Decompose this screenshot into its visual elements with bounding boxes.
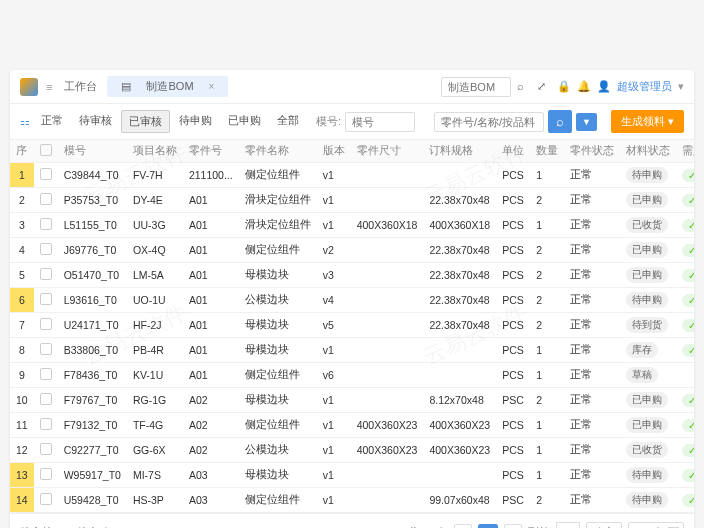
user-name[interactable]: 超级管理员: [617, 79, 672, 94]
filter-tab-2[interactable]: 已审核: [121, 110, 170, 133]
mstat-cell: 待到货: [620, 313, 676, 338]
unit-cell: PCS: [496, 213, 530, 238]
pname-cell: 公模边块: [239, 438, 317, 463]
col-header[interactable]: 零件状态: [564, 140, 620, 163]
pname-cell: 公模边块: [239, 288, 317, 313]
part-cell: A03: [183, 488, 239, 513]
row-checkbox[interactable]: [40, 318, 52, 330]
breadcrumb-page-tab[interactable]: ▤ 制造BOM ×: [107, 76, 228, 97]
col-header[interactable]: 订料规格: [423, 140, 496, 163]
table-row[interactable]: 1C39844_T0FV-7H211100...侧定位组件v1PCS1正常待申购…: [10, 163, 694, 188]
row-checkbox[interactable]: [40, 243, 52, 255]
col-header[interactable]: 序: [10, 140, 34, 163]
table-row[interactable]: 6L93616_T0UO-1UA01公模边块v422.38x70x48PCS2正…: [10, 288, 694, 313]
row-checkbox[interactable]: [40, 418, 52, 430]
filter-tab-0[interactable]: 正常: [34, 110, 70, 133]
row-checkbox[interactable]: [40, 368, 52, 380]
table-row[interactable]: 3L51155_T0UU-3GA01滑块定位组件v1400X360X18400X…: [10, 213, 694, 238]
pname-cell: 母模边块: [239, 263, 317, 288]
row-checkbox[interactable]: [40, 393, 52, 405]
bell-icon[interactable]: 🔔: [577, 80, 591, 94]
row-checkbox[interactable]: [40, 443, 52, 455]
mold-cell: W95917_T0: [58, 463, 127, 488]
row-checkbox[interactable]: [40, 168, 52, 180]
qty-cell: 2: [530, 313, 564, 338]
menu-icon[interactable]: ≡: [46, 81, 52, 93]
col-header[interactable]: 版本: [317, 140, 351, 163]
ver-cell: v5: [317, 313, 351, 338]
search-button[interactable]: ⌕: [548, 110, 572, 133]
stock-cell: ✓: [676, 288, 694, 313]
part-cell: A01: [183, 338, 239, 363]
table-row[interactable]: 5O51470_T0LM-5AA01母模边块v322.38x70x48PCS2正…: [10, 263, 694, 288]
col-header[interactable]: 需入库: [676, 140, 694, 163]
table-row[interactable]: 8B33806_T0PB-4RA01母模边块v1PCS1正常库存✓: [10, 338, 694, 363]
row-checkbox[interactable]: [40, 268, 52, 280]
table-row[interactable]: 13W95917_T0MI-7SA03母模边块v1PCS1正常待申购✓M0000…: [10, 463, 694, 488]
table-row[interactable]: 4J69776_T0OX-4QA01侧定位组件v222.38x70x48PCS2…: [10, 238, 694, 263]
row-checkbox[interactable]: [40, 343, 52, 355]
table-row[interactable]: 10F79767_T0RG-1GA02母模边块v18.12x70x48PSC2正…: [10, 388, 694, 413]
col-header[interactable]: [34, 140, 58, 163]
part-search-input[interactable]: [434, 112, 544, 132]
lock-icon[interactable]: 🔒: [557, 80, 571, 94]
filter-tab-5[interactable]: 全部: [270, 110, 306, 133]
select-all-checkbox[interactable]: [40, 144, 52, 156]
pname-cell: 母模边块: [239, 388, 317, 413]
table-row[interactable]: 11F79132_T0TF-4GA02侧定位组件v1400X360X23400X…: [10, 413, 694, 438]
top-search-input[interactable]: [441, 77, 511, 97]
search-dropdown-button[interactable]: ▼: [576, 113, 597, 131]
col-header[interactable]: 零件号: [183, 140, 239, 163]
psize-cell: 400X360X23: [351, 438, 424, 463]
generate-material-button[interactable]: 生成领料 ▾: [611, 110, 684, 133]
prev-page-button[interactable]: ‹: [454, 524, 472, 529]
col-header[interactable]: 模号: [58, 140, 127, 163]
confirm-page-button[interactable]: 确定: [586, 522, 622, 528]
row-checkbox[interactable]: [40, 193, 52, 205]
col-header[interactable]: 材料状态: [620, 140, 676, 163]
qty-cell: 1: [530, 213, 564, 238]
table-row[interactable]: 14U59428_T0HS-3PA03侧定位组件v199.07x60x48PSC…: [10, 488, 694, 513]
row-checkbox[interactable]: [40, 493, 52, 505]
col-header[interactable]: 零件名称: [239, 140, 317, 163]
row-index: 3: [10, 213, 34, 238]
ver-cell: v2: [317, 238, 351, 263]
col-header[interactable]: 项目名称: [127, 140, 183, 163]
row-index: 4: [10, 238, 34, 263]
unit-cell: PCS: [496, 313, 530, 338]
jump-page-input[interactable]: [556, 522, 580, 528]
chevron-down-icon[interactable]: ▾: [678, 80, 684, 93]
table-row[interactable]: 2P35753_T0DY-4EA01滑块定位组件v122.38x70x48PCS…: [10, 188, 694, 213]
row-index: 2: [10, 188, 34, 213]
page-number-button[interactable]: 1: [478, 524, 498, 529]
row-checkbox[interactable]: [40, 218, 52, 230]
search-icon[interactable]: ⌕: [517, 80, 531, 94]
pname-cell: 侧定位组件: [239, 163, 317, 188]
stock-cell: ✓: [676, 313, 694, 338]
filter-icon[interactable]: ⚏: [20, 115, 30, 128]
table-row[interactable]: 7U24171_T0HF-2JA01母模边块v522.38x70x48PCS2正…: [10, 313, 694, 338]
app-window: ≡ 工作台 ▤ 制造BOM × ⌕ ⤢ 🔒 🔔 👤 超级管理员 ▾ ⚏ 正常待审…: [10, 70, 694, 528]
table-row[interactable]: 12C92277_T0GG-6XA02公模边块v1400X360X23400X3…: [10, 438, 694, 463]
row-checkbox[interactable]: [40, 468, 52, 480]
pstat-cell: 正常: [564, 313, 620, 338]
filter-tab-3[interactable]: 待申购: [172, 110, 219, 133]
page-size-select[interactable]: 100 条/页: [628, 522, 684, 528]
col-header[interactable]: 单位: [496, 140, 530, 163]
next-page-button[interactable]: ›: [504, 524, 522, 529]
proj-cell: TF-4G: [127, 413, 183, 438]
col-header[interactable]: 数量: [530, 140, 564, 163]
close-tab-icon[interactable]: ×: [203, 78, 221, 95]
breadcrumb-home[interactable]: 工作台: [58, 76, 103, 97]
table-row[interactable]: 9F78436_T0KV-1UA01侧定位组件v6PCS1正常草稿: [10, 363, 694, 388]
pstat-cell: 正常: [564, 238, 620, 263]
spec-cell: 99.07x60x48: [423, 488, 496, 513]
row-checkbox[interactable]: [40, 293, 52, 305]
col-header[interactable]: 零件尺寸: [351, 140, 424, 163]
filter-tab-1[interactable]: 待审核: [72, 110, 119, 133]
row-index: 13: [10, 463, 34, 488]
order-input[interactable]: [345, 112, 415, 132]
expand-icon[interactable]: ⤢: [537, 80, 551, 94]
filter-tab-4[interactable]: 已申购: [221, 110, 268, 133]
topbar-right: ⌕ ⤢ 🔒 🔔 👤 超级管理员 ▾: [441, 77, 684, 97]
